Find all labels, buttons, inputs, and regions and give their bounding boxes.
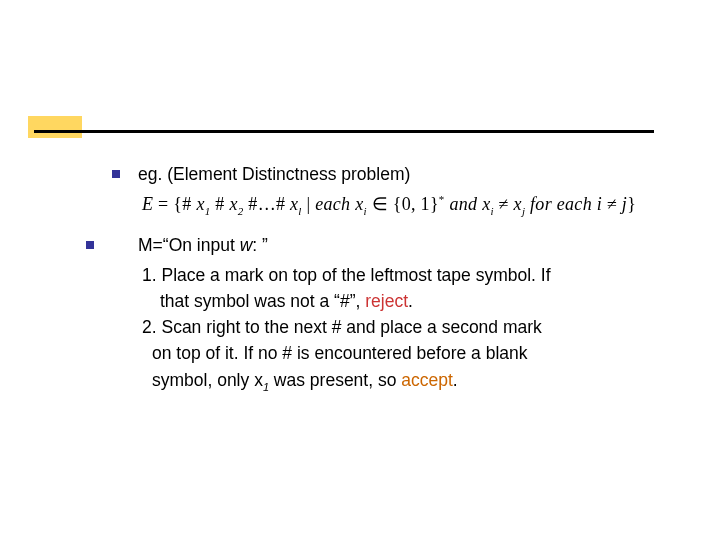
- bullet-1-text: eg. (Element Distinctness problem): [138, 162, 702, 186]
- reject-word: reject: [365, 291, 408, 311]
- b2-var: w: [240, 235, 253, 255]
- formula-in: ∈: [367, 194, 393, 214]
- bullet-row-1: eg. (Element Distinctness problem): [112, 162, 702, 186]
- formula-open: {#: [173, 194, 196, 214]
- formula-E: E: [142, 194, 153, 214]
- step-2-line-2: on top of it. If no # is encountered bef…: [142, 341, 702, 365]
- formula-bar: |: [302, 194, 316, 214]
- step1-l2a: that symbol was not a “#”,: [160, 291, 365, 311]
- formula-foreach: for each: [525, 194, 596, 214]
- square-bullet-icon: [112, 170, 120, 178]
- horizontal-rule: [34, 130, 654, 133]
- bullet-row-2: M=“On input w: ”: [112, 233, 702, 257]
- formula-each: each: [315, 194, 355, 214]
- square-bullet-icon: [86, 241, 94, 249]
- step-2-line-1: 2. Scan right to the next # and place a …: [142, 315, 702, 339]
- formula-x1: x: [196, 194, 204, 214]
- b2-prefix: M=“On input: [138, 235, 240, 255]
- step2-l5b: was present, so: [269, 370, 401, 390]
- formula-h1: #: [211, 194, 230, 214]
- step2-var: x: [254, 370, 263, 390]
- step-2-line-3: symbol, only x1 was present, so accept.: [142, 368, 702, 395]
- formula-close: }: [627, 194, 636, 214]
- b2-suffix: : ”: [252, 235, 268, 255]
- formula-eq: =: [153, 194, 173, 214]
- step-1-line-2: that symbol was not a “#”, reject.: [142, 289, 702, 313]
- formula-and: and: [445, 194, 483, 214]
- step2-l5c: .: [453, 370, 458, 390]
- formula-xj: x: [514, 194, 522, 214]
- formula-dots: #…#: [244, 194, 291, 214]
- slide: eg. (Element Distinctness problem) E = {…: [0, 0, 720, 540]
- formula-set: {0, 1}: [393, 194, 439, 214]
- formula-line: E = {# x1 # x2 #…# xl | each xi ∈ {0, 1}…: [142, 192, 702, 219]
- formula-x2: x: [229, 194, 237, 214]
- bullet-2-text: M=“On input w: ”: [138, 233, 702, 257]
- accept-word: accept: [401, 370, 453, 390]
- formula-ineqj: i ≠ j: [597, 194, 627, 214]
- step-1-line-1: 1. Place a mark on top of the leftmost t…: [142, 263, 702, 287]
- steps-block: 1. Place a mark on top of the leftmost t…: [142, 263, 702, 394]
- step1-l2b: .: [408, 291, 413, 311]
- accent-box: [28, 116, 82, 138]
- content-area: eg. (Element Distinctness problem) E = {…: [112, 162, 702, 396]
- step2-l5a: symbol, only: [152, 370, 254, 390]
- formula-neq: ≠: [494, 194, 514, 214]
